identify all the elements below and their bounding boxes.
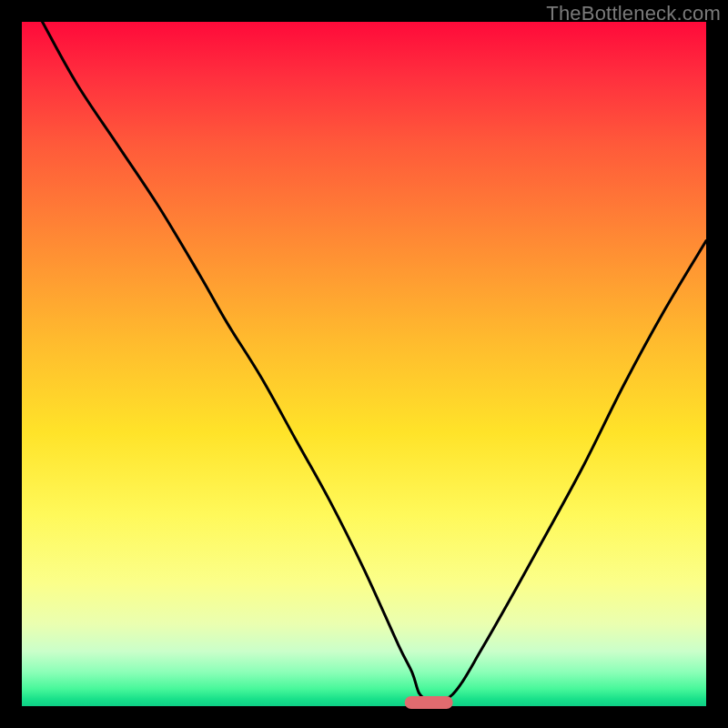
optimal-marker — [405, 696, 453, 709]
bottleneck-curve — [22, 22, 706, 706]
plot-area — [22, 22, 706, 706]
